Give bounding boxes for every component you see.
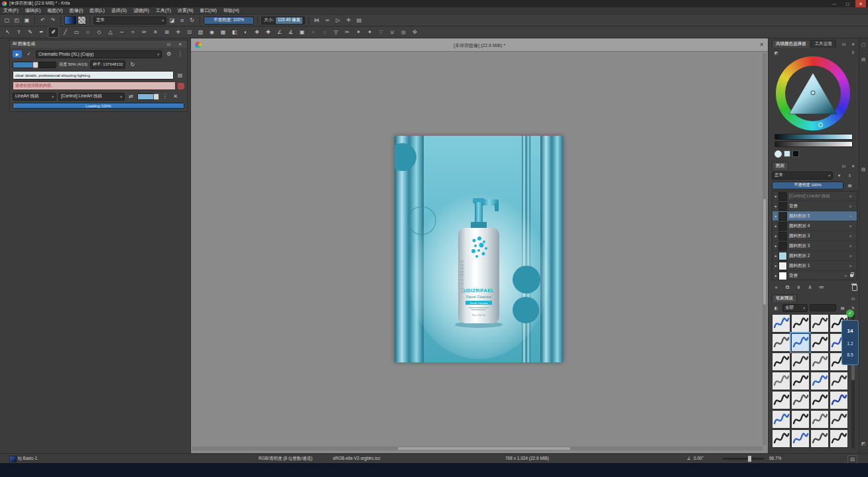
history-swatch-1[interactable]	[784, 150, 790, 157]
layer-alpha-icon[interactable]: α	[849, 194, 851, 198]
layer-props-icon[interactable]: ·	[853, 244, 855, 248]
edge-docker-icon-2[interactable]: ▤	[860, 57, 867, 62]
brush-preset-0[interactable]	[772, 314, 790, 333]
delete-layer-button[interactable]	[852, 285, 857, 291]
layer-row-4[interactable]: ●颜料图层 3α·	[773, 231, 857, 241]
tag-icon[interactable]: ◧	[772, 303, 780, 312]
menu-item-0[interactable]: 文件(F)	[0, 7, 22, 15]
layer-row-5[interactable]: ●颜料图层 3α·	[773, 241, 857, 251]
layer-props-icon[interactable]: ·	[853, 264, 855, 268]
layer-visibility-icon[interactable]: ●	[775, 264, 776, 268]
current-color-swatch[interactable]	[775, 150, 782, 158]
prompt-expand-icon[interactable]: ▤	[176, 71, 184, 80]
layer-row-2[interactable]: ●颜料图层 5α·	[773, 211, 857, 221]
ellipse-select-tool[interactable]: ◌	[320, 27, 330, 37]
text-tool[interactable]: T	[14, 27, 24, 37]
brush-preset-15[interactable]	[830, 372, 848, 390]
hue-ring[interactable]	[776, 56, 850, 131]
open-document-icon[interactable]: ◰	[13, 16, 21, 25]
preserve-alpha-icon[interactable]: α	[178, 16, 186, 25]
color-sampler-tool[interactable]: ◉	[207, 27, 217, 37]
menu-item-3[interactable]: 图像(I)	[66, 7, 87, 15]
zoom-slider[interactable]	[723, 458, 764, 460]
layer-visibility-icon[interactable]: ●	[775, 224, 776, 228]
smart-patch-tool[interactable]: ✚	[263, 27, 273, 37]
mirror-view-icon[interactable]: ⋈	[312, 16, 321, 25]
apply-button[interactable]: ✓	[25, 50, 33, 58]
remove-control-icon[interactable]: ✕	[171, 92, 180, 101]
layer-alpha-icon[interactable]: α	[849, 254, 851, 258]
edge-docker-icon-1[interactable]: ▢	[860, 42, 867, 48]
layer-alpha-icon[interactable]: α	[849, 214, 851, 218]
new-document-icon[interactable]: ▢	[3, 16, 11, 25]
assistants-tool[interactable]: ∠	[275, 27, 284, 37]
menu-item-4[interactable]: 图层(L)	[86, 7, 108, 15]
brush-preset-13[interactable]	[791, 372, 810, 390]
control-strength-slider[interactable]	[137, 93, 158, 100]
line-tool[interactable]: ╱	[60, 27, 70, 37]
move-layer-up-button[interactable]: ∧	[806, 283, 814, 292]
menu-item-9[interactable]: 窗口(W)	[197, 7, 220, 15]
selector-settings-icon[interactable]: ≡	[849, 48, 857, 57]
brush-preset-1[interactable]	[791, 314, 810, 333]
randomize-seed-icon[interactable]: ↻	[128, 60, 137, 69]
layer-lock-icon[interactable]	[850, 274, 853, 277]
close-docker-icon[interactable]: ✕	[849, 162, 857, 170]
control-type-select[interactable]: LineArt 线稿▾	[13, 93, 56, 101]
layer-alpha-icon[interactable]: α	[849, 244, 851, 248]
ellipse-tool[interactable]: ○	[83, 27, 93, 37]
edge-docker-icon-4[interactable]: ◩	[860, 441, 867, 447]
similar-select-tool[interactable]: ✦	[365, 27, 375, 37]
rotation-value[interactable]: 0.00°	[694, 456, 704, 460]
brush-preset-12[interactable]	[772, 372, 790, 390]
brush-preset-17[interactable]	[791, 391, 810, 409]
strength-slider[interactable]	[13, 62, 56, 68]
brush-preset-23[interactable]	[830, 410, 848, 429]
menu-item-10[interactable]: 帮助(H)	[220, 7, 243, 15]
bezier-curve-tool[interactable]: ∼	[117, 27, 127, 37]
edge-docker-icon-3[interactable]: ▤	[860, 167, 867, 172]
brush-tag-select[interactable]: 全部▾	[782, 304, 808, 312]
pattern-edit-tool[interactable]: ▦	[218, 27, 228, 37]
layer-row-8[interactable]: ●背景α	[773, 271, 857, 280]
brush-preset-25[interactable]	[791, 429, 810, 448]
add-layer-button[interactable]: ＋	[772, 283, 780, 292]
dynamic-brush-tool[interactable]: ✏	[139, 27, 149, 37]
layer-row-7[interactable]: ●颜料图层 1α·	[773, 261, 857, 271]
colorize-mask-tool[interactable]: ❖	[252, 27, 262, 37]
float-docker-icon[interactable]: ⊡	[839, 40, 848, 48]
brush-preset-5[interactable]	[791, 333, 810, 352]
brush-preset-14[interactable]	[810, 372, 829, 390]
freehand-brush-tool[interactable]: ✐	[48, 26, 59, 38]
move-tool[interactable]: ✛	[173, 27, 183, 37]
freehand-path-tool[interactable]: ≈	[128, 27, 138, 37]
menu-item-8[interactable]: 设置(N)	[174, 7, 197, 15]
reference-images-tool[interactable]: ▣	[297, 27, 307, 37]
move-layer-down-button[interactable]: ∨	[794, 283, 803, 292]
brush-preset-22[interactable]	[810, 410, 829, 429]
generate-button[interactable]: ▶	[13, 50, 22, 58]
close-button[interactable]: ✕	[855, 0, 866, 7]
layer-options-icon[interactable]: ≡	[845, 171, 854, 180]
canvas-horizontal-scrollbar[interactable]	[192, 447, 763, 450]
tab-brush-presets[interactable]: 笔刷预设	[772, 294, 797, 302]
layer-row-1[interactable]: ●背景α·	[773, 201, 857, 211]
eraser-mode-icon[interactable]: ◪	[168, 16, 176, 25]
rectangle-tool[interactable]: ▭	[72, 27, 82, 37]
layer-row-3[interactable]: ●颜料图层 4α·	[773, 221, 857, 231]
layer-row-0[interactable]: ●[Control] LineArt 线稿α·	[773, 191, 857, 201]
freehand-select-tool[interactable]: ✂	[342, 27, 352, 37]
menu-item-2[interactable]: 视图(V)	[44, 7, 66, 15]
tab-tool-options[interactable]: 工具选项	[811, 40, 836, 48]
layer-alpha-icon[interactable]: α	[849, 204, 851, 208]
brush-preset-19[interactable]	[830, 391, 848, 409]
calligraphy-tool[interactable]: ✒	[36, 27, 46, 37]
brush-preset-18[interactable]	[810, 391, 829, 409]
gradient-tool[interactable]: ▧	[196, 27, 206, 37]
shade-strip-2[interactable]	[775, 141, 853, 147]
playback-icon[interactable]: ▷	[334, 16, 342, 25]
transform-tool[interactable]: ⊞	[162, 27, 172, 37]
display-mode-icon[interactable]: ▤	[838, 303, 847, 312]
layer-visibility-icon[interactable]: ●	[775, 244, 776, 248]
layer-properties-button[interactable]: ≔	[817, 283, 826, 292]
